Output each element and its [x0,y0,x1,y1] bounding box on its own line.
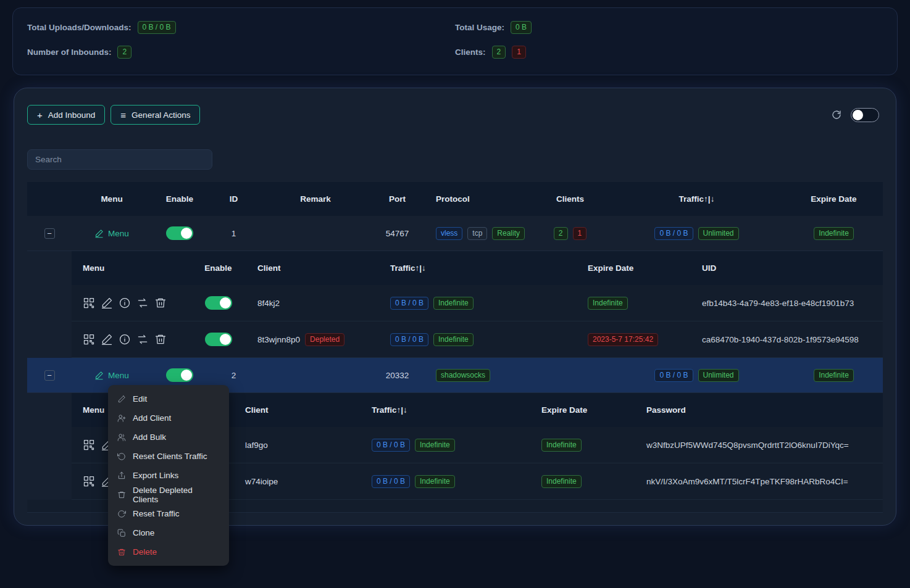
sub-header-client: Client [248,263,380,273]
stat-number-of-inbounds: Number of Inbounds: 2 [27,44,455,59]
menu-item-label: Reset Clients Traffic [133,452,207,461]
header-expire-date: Expire Date [785,194,883,204]
header-traffic-sort[interactable]: Traffic↑|↓ [609,194,785,204]
client-expire-badge: 2023-5-7 17:25:42 [588,333,658,346]
edit-client-icon[interactable] [101,297,113,309]
qrcode-icon[interactable] [83,439,95,451]
usage-value-badge: 0 B [511,21,532,34]
add-client-icon [117,414,126,423]
header-menu: Menu [72,194,152,204]
toggle-knob [220,334,231,345]
inbound-1-menu-button[interactable]: Menu [72,229,152,238]
menu-item-export-links[interactable]: Export Links [108,466,229,485]
qrcode-icon[interactable] [83,333,95,346]
sub-header-client: Client [235,405,362,415]
client-row: 8f4kj2 0 B / 0 B Indefinite Indefinite e… [72,285,883,321]
clone-icon [117,529,126,537]
client-uid: efb14b43-4a79-4e83-ef18-e48cf1901b73 [692,299,883,308]
inbound-1-enable-toggle[interactable] [166,226,193,240]
header-protocol: Protocol [424,194,532,204]
add-inbound-button[interactable]: + Add Inbound [27,105,105,125]
sub-header-expire: Expire Date [532,405,637,415]
toggle-knob [220,297,231,308]
info-icon[interactable] [119,297,131,309]
expire-badge: Indefinite [814,227,854,240]
clients-table-header: Menu Enable Client Traffic↑|↓ Expire Dat… [72,251,883,285]
theme-toggle[interactable] [851,108,879,122]
inbound-1-clients-table: Menu Enable Client Traffic↑|↓ Expire Dat… [72,251,883,358]
client-expire-badge: Indefinite [541,439,582,452]
delete-client-icon[interactable] [154,333,167,346]
sub-header-traffic-sort[interactable]: Traffic↑|↓ [380,263,578,273]
traffic-badge: 0 B / 0 B [654,227,693,240]
header-enable: Enable [152,194,207,204]
delete-client-icon[interactable] [154,297,167,309]
menu-item-reset-traffic[interactable]: Reset Traffic [108,504,229,523]
qrcode-icon[interactable] [83,475,95,487]
stats-panel: Total Uploads/Downloads: 0 B / 0 B Total… [12,7,898,75]
edit-icon [117,395,126,404]
refresh-icon[interactable] [831,109,842,120]
toolbar: + Add Inbound ≡ General Actions [27,105,883,125]
client-enable-toggle[interactable] [205,333,232,346]
reset-traffic-icon[interactable] [136,333,149,346]
inbound-row-1: − Menu 1 54767 vless tcp Reality 2 1 [27,216,883,251]
menu-item-label: Reset Traffic [133,509,180,518]
sub-header-traffic-sort[interactable]: Traffic↑|↓ [362,405,532,415]
inbounds-value-badge: 2 [117,46,131,59]
inbound-2-menu-button[interactable]: Menu [72,371,152,380]
client-expire-badge: Indefinite [541,475,582,488]
uploads-label: Total Uploads/Downloads: [27,23,131,32]
inbound-1-port: 54767 [371,229,424,238]
inbound-2-enable-toggle[interactable] [166,368,193,382]
menu-item-reset-clients-traffic[interactable]: Reset Clients Traffic [108,447,229,466]
edit-client-icon[interactable] [101,333,113,346]
menu-item-add-client[interactable]: Add Client [108,408,229,428]
client-traffic-limit-badge: Indefinite [433,297,474,310]
inbound-2-port: 20332 [371,371,424,380]
inbound-1-id: 1 [207,229,260,238]
delete-icon [117,548,126,557]
stat-clients: Clients: 2 1 [455,44,883,59]
traffic-limit-badge: Unlimited [698,369,739,382]
inbound-2-id: 2 [207,371,260,380]
traffic-limit-badge: Unlimited [698,227,739,240]
qrcode-icon[interactable] [83,297,95,309]
client-traffic-limit-badge: Indefinite [415,475,455,488]
client-name: 8t3wjnn8p0 [257,335,300,344]
edit-pencil-icon [94,371,104,380]
table-header-row: Menu Enable ID Remark Port Protocol Clie… [27,182,883,216]
menu-item-label: Edit [133,394,147,404]
menu-button-label: Menu [108,371,129,380]
menu-item-clone[interactable]: Clone [108,523,229,542]
menu-item-edit[interactable]: Edit [108,389,229,408]
client-name: w74ioipe [235,477,362,486]
clients-depleted-badge: 1 [573,227,587,240]
search-input[interactable] [27,149,212,170]
expire-badge: Indefinite [814,369,854,382]
client-traffic-badge: 0 B / 0 B [372,439,410,452]
reset-traffic-icon[interactable] [136,297,149,309]
client-name: 8f4kj2 [248,299,380,308]
sub-header-expire: Expire Date [578,263,692,273]
inbound-context-menu: Edit Add Client Add Bulk Reset Clients T… [108,385,229,566]
collapse-row-button[interactable]: − [44,228,55,239]
client-password: nkV/I/3XoAm9v6xMT/T5lcrF4TpeTKF98rHARbRo… [637,477,883,486]
transmission-badge: tcp [467,227,487,240]
menu-item-delete-depleted-clients[interactable]: Delete Depleted Clients [108,485,229,504]
client-enable-toggle[interactable] [205,296,232,310]
menu-lines-icon: ≡ [120,110,126,120]
collapse-row-button[interactable]: − [44,370,55,381]
toggle-knob [181,228,192,239]
client-row: 8t3wjnn8p0 Depleted 0 B / 0 B Indefinite… [72,321,883,358]
general-actions-button[interactable]: ≡ General Actions [111,105,200,125]
inbounds-label: Number of Inbounds: [27,48,111,57]
menu-item-label: Delete Depleted Clients [133,486,220,504]
plus-icon: + [37,110,43,120]
menu-item-add-bulk[interactable]: Add Bulk [108,428,229,447]
add-bulk-icon [117,433,126,442]
edit-pencil-icon [94,229,104,238]
menu-item-delete[interactable]: Delete [108,542,229,561]
info-icon[interactable] [119,333,131,346]
sub-header-menu: Menu [72,263,189,273]
